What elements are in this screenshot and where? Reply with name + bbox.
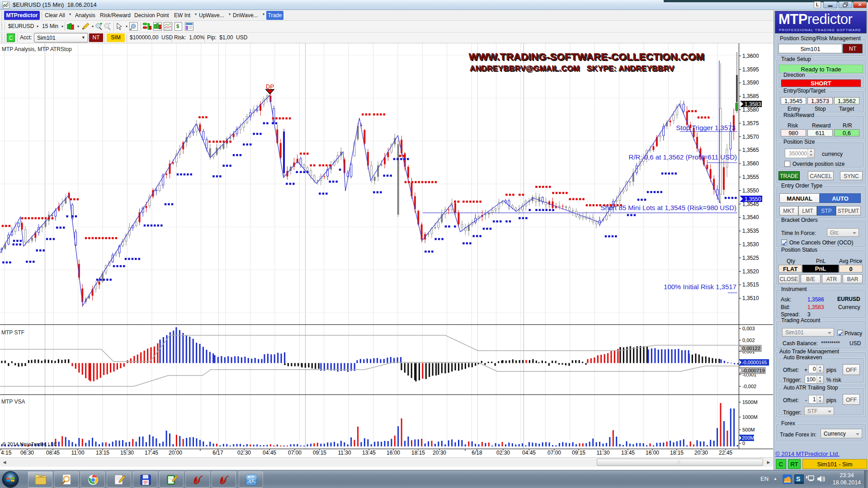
svg-text:WWW.TRADING-SOFTWARE-COLLECTIO: WWW.TRADING-SOFTWARE-COLLECTION.COM (469, 51, 704, 62)
svg-text:07:00: 07:00 (288, 450, 302, 456)
svg-text:1,3530: 1,3530 (742, 241, 759, 248)
svg-text:R/R: 0,6 at 1,3562 (Profit=611: R/R: 0,6 at 1,3562 (Profit=611 USD) (629, 153, 737, 161)
svg-text:MTP: MTP (248, 475, 255, 479)
svg-text:MTP STF: MTP STF (1, 329, 24, 336)
svg-text:20:30: 20:30 (694, 450, 708, 456)
svg-text:08:45: 08:45 (46, 450, 60, 456)
svg-text:6/18: 6/18 (472, 450, 482, 456)
svg-text:1,3520: 1,3520 (742, 268, 759, 275)
svg-text:1,3583: 1,3583 (745, 101, 761, 108)
svg-text:22:45: 22:45 (719, 450, 732, 456)
svg-text:13:45: 13:45 (621, 450, 635, 456)
svg-text:500M: 500M (742, 427, 755, 432)
svg-text:02:30: 02:30 (496, 450, 510, 456)
svg-text:0,00122: 0,00122 (742, 346, 760, 351)
svg-text:20:30: 20:30 (433, 450, 446, 456)
svg-text:1,3590: 1,3590 (742, 80, 759, 86)
svg-text:11:30: 11:30 (596, 450, 609, 456)
svg-text:16:00: 16:00 (387, 450, 400, 456)
svg-text:11:00: 11:00 (71, 450, 84, 456)
svg-text:11:30: 11:30 (338, 450, 351, 456)
svg-text:1,3580: 1,3580 (742, 107, 759, 113)
svg-text:09:15: 09:15 (313, 450, 326, 456)
svg-text:06:30: 06:30 (20, 450, 34, 456)
svg-text:1,3565: 1,3565 (742, 147, 759, 153)
svg-text:-0,0000165: -0,0000165 (742, 360, 767, 365)
svg-text:1,3595: 1,3595 (742, 66, 759, 73)
svg-text:1000M: 1000M (742, 414, 758, 420)
svg-text:1,3585: 1,3585 (742, 93, 759, 99)
svg-text:18:15: 18:15 (670, 450, 684, 456)
svg-text:0,002: 0,002 (742, 338, 755, 343)
svg-text:6/17: 6/17 (212, 450, 223, 456)
svg-text:07:00: 07:00 (547, 450, 561, 456)
svg-text:Short 85 Mini Lots at 1,3545 (: Short 85 Mini Lots at 1,3545 (Risk=980 U… (600, 204, 736, 211)
svg-text:1,3555: 1,3555 (742, 174, 759, 180)
svg-text:20:00: 20:00 (169, 450, 182, 456)
svg-text:4:15: 4:15 (1, 450, 12, 456)
svg-text:16:00: 16:00 (646, 450, 659, 456)
svg-text:1,3525: 1,3525 (742, 255, 759, 261)
svg-text:1,3550: 1,3550 (745, 196, 761, 202)
svg-text:1,3600: 1,3600 (742, 53, 759, 59)
svg-text:1,3550: 1,3550 (742, 188, 759, 194)
svg-text:0,003: 0,003 (742, 326, 755, 331)
svg-text:1,3515: 1,3515 (742, 282, 759, 288)
svg-text:DP: DP (266, 83, 274, 90)
svg-text:1500M: 1500M (742, 399, 758, 405)
svg-text:-0,002: -0,002 (742, 384, 756, 389)
svg-text:v 7: v 7 (249, 479, 254, 482)
svg-text:-0,000719: -0,000719 (742, 368, 765, 373)
svg-text:04:45: 04:45 (522, 450, 536, 456)
svg-text:13:45: 13:45 (362, 450, 376, 456)
svg-text:1,3535: 1,3535 (742, 228, 759, 234)
svg-text:64: 64 (144, 483, 146, 485)
svg-text:13:15: 13:15 (96, 450, 109, 456)
svg-text:04:45: 04:45 (263, 450, 276, 456)
svg-text:09:15: 09:15 (572, 450, 585, 456)
svg-text:100% Initial Risk 1,3517: 100% Initial Risk 1,3517 (664, 283, 736, 291)
svg-text:17:45: 17:45 (145, 450, 158, 456)
svg-text:MTP VSA: MTP VSA (1, 399, 25, 405)
svg-text:ANDREYBBRV@GMAIL.COM SKYPE:: ANDREYBBRV@GMAIL.COM SKYPE: ANDREYBBRV (470, 64, 675, 73)
svg-text:1,3540: 1,3540 (742, 214, 759, 221)
svg-text:© 2014 NinjaTrader, LLC: © 2014 NinjaTrader, LLC (2, 441, 57, 447)
svg-text:1,3510: 1,3510 (742, 295, 759, 301)
svg-text:200M: 200M (742, 435, 755, 441)
svg-text:0: 0 (742, 441, 745, 446)
svg-text:1,3570: 1,3570 (742, 134, 759, 140)
svg-text:15:30: 15:30 (120, 450, 134, 456)
svg-text:Stop Trigger 1,3573: Stop Trigger 1,3573 (676, 124, 736, 131)
svg-text:1,3575: 1,3575 (742, 120, 759, 127)
svg-text:02:30: 02:30 (237, 450, 251, 456)
svg-text:MTP Analysis, MTP ATRStop: MTP Analysis, MTP ATRStop (2, 46, 72, 52)
svg-text:1,3560: 1,3560 (742, 160, 759, 167)
svg-text:18:15: 18:15 (411, 450, 425, 456)
svg-text:S: S (796, 475, 800, 483)
